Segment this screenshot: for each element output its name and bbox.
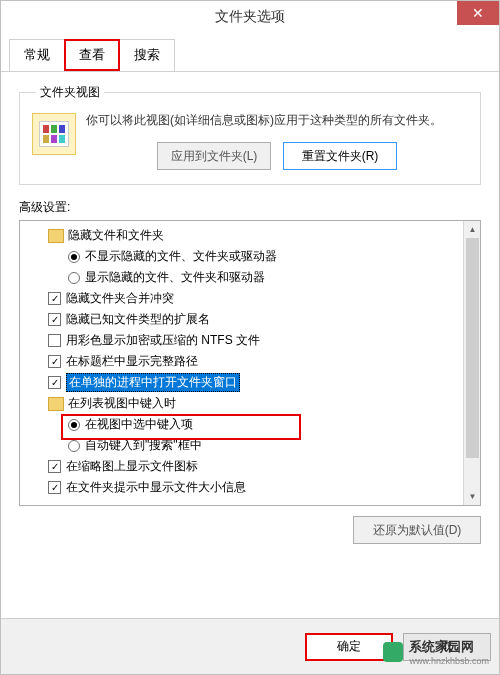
checkbox[interactable] — [48, 355, 61, 368]
checkbox[interactable] — [48, 481, 61, 494]
tree-item[interactable]: 自动键入到"搜索"框中 — [22, 435, 478, 456]
tree-item-label: 显示隐藏的文件、文件夹和驱动器 — [85, 269, 265, 286]
watermark-icon — [383, 642, 403, 662]
tree-item-label: 在文件夹提示中显示文件大小信息 — [66, 479, 246, 496]
folder-options-window: 文件夹选项 ✕ 常规 查看 搜索 文件夹视图 你可以将此视图(如详细信息或图标)… — [0, 0, 500, 675]
tree-item[interactable]: 在视图中选中键入项 — [22, 414, 478, 435]
folder-view-desc: 你可以将此视图(如详细信息或图标)应用于这种类型的所有文件夹。 — [86, 111, 468, 130]
tree-item-label: 隐藏文件和文件夹 — [68, 227, 164, 244]
tree-item[interactable]: 不显示隐藏的文件、文件夹或驱动器 — [22, 246, 478, 267]
tab-view[interactable]: 查看 — [64, 39, 120, 71]
window-title: 文件夹选项 — [215, 8, 285, 26]
advanced-label: 高级设置: — [19, 199, 481, 216]
tab-general[interactable]: 常规 — [9, 39, 65, 71]
tree-item[interactable]: 显示隐藏的文件、文件夹和驱动器 — [22, 267, 478, 288]
scroll-down-icon[interactable]: ▼ — [464, 488, 481, 505]
restore-defaults-button[interactable]: 还原为默认值(D) — [353, 516, 481, 544]
tab-search[interactable]: 搜索 — [119, 39, 175, 71]
tree-item-label: 在列表视图中键入时 — [68, 395, 176, 412]
tab-content: 文件夹视图 你可以将此视图(如详细信息或图标)应用于这种类型的所有文件夹。 应用… — [1, 72, 499, 556]
tree-scrollbar[interactable]: ▲ ▼ — [463, 221, 480, 505]
tree-item[interactable]: 在文件夹提示中显示文件大小信息 — [22, 477, 478, 498]
folder-view-group: 文件夹视图 你可以将此视图(如详细信息或图标)应用于这种类型的所有文件夹。 应用… — [19, 84, 481, 185]
apply-to-folders-button[interactable]: 应用到文件夹(L) — [157, 142, 271, 170]
tabs: 常规 查看 搜索 — [1, 33, 499, 72]
tree-item: 在列表视图中键入时 — [22, 393, 478, 414]
tree-item-label: 不显示隐藏的文件、文件夹或驱动器 — [85, 248, 277, 265]
tree-item-label: 在标题栏中显示完整路径 — [66, 353, 198, 370]
tree-item[interactable]: 在缩略图上显示文件图标 — [22, 456, 478, 477]
folder-view-icon — [32, 113, 76, 155]
checkbox[interactable] — [48, 460, 61, 473]
tree-item-label: 自动键入到"搜索"框中 — [85, 437, 202, 454]
checkbox[interactable] — [48, 334, 61, 347]
tree-item-label: 用彩色显示加密或压缩的 NTFS 文件 — [66, 332, 260, 349]
titlebar: 文件夹选项 ✕ — [1, 1, 499, 33]
close-icon: ✕ — [472, 5, 484, 21]
radio[interactable] — [68, 251, 80, 263]
folder-view-legend: 文件夹视图 — [36, 84, 104, 101]
reset-folders-button[interactable]: 重置文件夹(R) — [283, 142, 397, 170]
tree-item[interactable]: 用彩色显示加密或压缩的 NTFS 文件 — [22, 330, 478, 351]
radio[interactable] — [68, 440, 80, 452]
tree-item[interactable]: 隐藏文件夹合并冲突 — [22, 288, 478, 309]
tree-item: 隐藏文件和文件夹 — [22, 225, 478, 246]
watermark-url: www.hnzkhbsb.com — [409, 656, 489, 666]
tree-item-label: 隐藏已知文件类型的扩展名 — [66, 311, 210, 328]
folder-icon — [48, 397, 64, 411]
checkbox[interactable] — [48, 292, 61, 305]
checkbox[interactable] — [48, 376, 61, 389]
radio[interactable] — [68, 419, 80, 431]
checkbox[interactable] — [48, 313, 61, 326]
tree-item[interactable]: 在单独的进程中打开文件夹窗口 — [22, 372, 478, 393]
radio[interactable] — [68, 272, 80, 284]
tree-item-label: 在单独的进程中打开文件夹窗口 — [66, 373, 240, 392]
scroll-up-icon[interactable]: ▲ — [464, 221, 481, 238]
close-button[interactable]: ✕ — [457, 1, 499, 25]
tree-item[interactable]: 隐藏已知文件类型的扩展名 — [22, 309, 478, 330]
advanced-tree: 隐藏文件和文件夹不显示隐藏的文件、文件夹或驱动器显示隐藏的文件、文件夹和驱动器隐… — [19, 220, 481, 506]
folder-icon — [48, 229, 64, 243]
tree-item-label: 隐藏文件夹合并冲突 — [66, 290, 174, 307]
scroll-thumb[interactable] — [466, 238, 479, 458]
ok-button[interactable]: 确定 — [305, 633, 393, 661]
watermark: 系统家园网 www.hnzkhbsb.com — [383, 638, 489, 666]
tree-item-label: 在缩略图上显示文件图标 — [66, 458, 198, 475]
tree-item[interactable]: 在标题栏中显示完整路径 — [22, 351, 478, 372]
watermark-text: 系统家园网 — [409, 639, 474, 654]
tree-item-label: 在视图中选中键入项 — [85, 416, 193, 433]
